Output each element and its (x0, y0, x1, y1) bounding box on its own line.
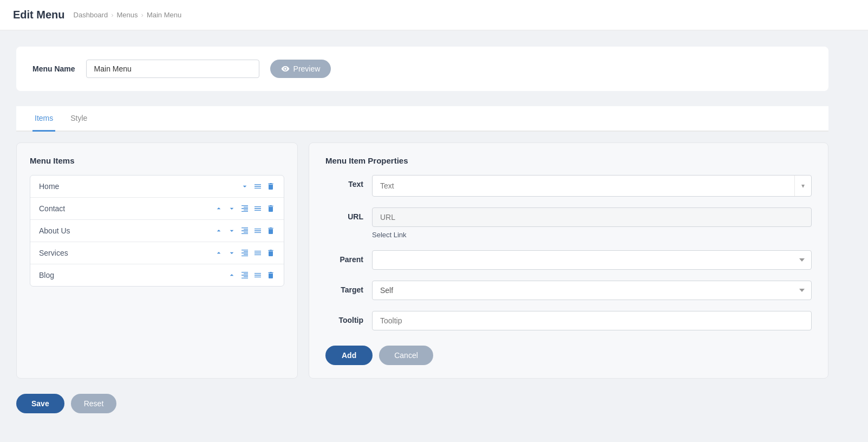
menu-name-label: Menu Name (32, 64, 75, 73)
home-settings-icon[interactable] (253, 182, 262, 191)
tooltip-label: Tooltip (325, 311, 363, 324)
url-row: URL Select Link (325, 207, 812, 239)
target-control: Self _blank _parent _top (372, 281, 812, 300)
preview-label: Preview (293, 64, 321, 73)
about-indent-icon[interactable] (240, 226, 249, 235)
reset-button[interactable]: Reset (71, 394, 117, 413)
services-indent-icon[interactable] (240, 249, 249, 257)
menu-items-title: Menu Items (30, 156, 284, 165)
about-settings-icon[interactable] (253, 226, 262, 235)
cancel-button[interactable]: Cancel (379, 346, 433, 365)
text-label: Text (325, 175, 363, 188)
breadcrumb-sep-2: › (141, 11, 143, 19)
eye-icon (281, 64, 290, 73)
home-actions (240, 182, 275, 191)
tab-style[interactable]: Style (68, 106, 89, 132)
tab-items[interactable]: Items (32, 106, 55, 132)
parent-row: Parent (325, 250, 812, 270)
blog-indent-icon[interactable] (240, 271, 249, 280)
save-button[interactable]: Save (16, 394, 64, 413)
breadcrumb-sep-1: › (111, 11, 113, 19)
about-delete-icon[interactable] (266, 226, 275, 235)
blog-settings-icon[interactable] (253, 271, 262, 280)
services-up-icon[interactable] (214, 249, 223, 257)
bottom-buttons: Save Reset (16, 394, 828, 424)
menu-items-panel: Menu Items Home (16, 142, 298, 379)
parent-label: Parent (325, 250, 363, 264)
menu-item-about: About Us (30, 220, 284, 242)
url-input[interactable] (372, 207, 812, 227)
home-down-icon[interactable] (240, 182, 249, 191)
menu-list: Home Contact (30, 175, 284, 287)
contact-actions (214, 204, 275, 213)
blog-actions (227, 271, 275, 280)
about-up-icon[interactable] (214, 226, 223, 235)
menu-item-blog: Blog (30, 264, 284, 286)
services-delete-icon[interactable] (266, 249, 275, 257)
about-down-icon[interactable] (227, 226, 236, 235)
properties-panel: Menu Item Properties Text ▾ URL Select L… (309, 142, 828, 379)
preview-button[interactable]: Preview (270, 60, 331, 78)
properties-footer: Add Cancel (325, 346, 812, 365)
services-settings-icon[interactable] (253, 249, 262, 257)
blog-up-icon[interactable] (227, 271, 236, 280)
text-input[interactable] (373, 177, 794, 195)
target-select[interactable]: Self _blank _parent _top (372, 281, 812, 300)
tooltip-row: Tooltip (325, 311, 812, 330)
text-field-container: ▾ (372, 175, 812, 197)
text-dropdown-arrow[interactable]: ▾ (794, 176, 811, 196)
menu-name-row: Menu Name Preview (16, 47, 828, 91)
contact-settings-icon[interactable] (253, 204, 262, 213)
contact-down-icon[interactable] (227, 204, 236, 213)
breadcrumb-main-menu: Main Menu (147, 11, 181, 19)
about-actions (214, 226, 275, 235)
tooltip-control (372, 311, 812, 330)
services-actions (214, 249, 275, 257)
home-delete-icon[interactable] (266, 182, 275, 191)
contact-indent-icon[interactable] (240, 204, 249, 213)
parent-control (372, 250, 812, 270)
url-control: Select Link (372, 207, 812, 239)
text-row: Text ▾ (325, 175, 812, 197)
tooltip-input[interactable] (372, 311, 812, 330)
menu-name-input[interactable] (86, 60, 259, 78)
add-button[interactable]: Add (325, 346, 373, 365)
url-label: URL (325, 207, 363, 221)
page-title: Edit Menu (13, 9, 65, 21)
target-row: Target Self _blank _parent _top (325, 281, 812, 300)
services-down-icon[interactable] (227, 249, 236, 257)
breadcrumb: Dashboard › Menus › Main Menu (74, 11, 182, 19)
menu-item-name-services: Services (39, 249, 214, 257)
menu-item-contact: Contact (30, 198, 284, 220)
two-col-layout: Menu Items Home (16, 142, 828, 379)
blog-delete-icon[interactable] (266, 271, 275, 280)
menu-item-services: Services (30, 242, 284, 264)
parent-select[interactable] (372, 250, 812, 270)
tabs-row: Items Style (16, 106, 828, 132)
properties-title: Menu Item Properties (325, 156, 812, 165)
text-control: ▾ (372, 175, 812, 197)
page-header: Edit Menu Dashboard › Menus › Main Menu (0, 0, 868, 30)
menu-item-name-contact: Contact (39, 204, 214, 213)
target-label: Target (325, 281, 363, 294)
breadcrumb-dashboard[interactable]: Dashboard (74, 11, 108, 19)
contact-up-icon[interactable] (214, 204, 223, 213)
menu-item-home: Home (30, 176, 284, 198)
main-content: Menu Name Preview Items Style Menu Items… (0, 30, 845, 440)
contact-delete-icon[interactable] (266, 204, 275, 213)
select-link-text[interactable]: Select Link (372, 231, 407, 239)
menu-item-name-blog: Blog (39, 271, 227, 280)
menu-item-name-home: Home (39, 182, 240, 191)
breadcrumb-menus[interactable]: Menus (117, 11, 138, 19)
menu-item-name-about: About Us (39, 226, 214, 235)
